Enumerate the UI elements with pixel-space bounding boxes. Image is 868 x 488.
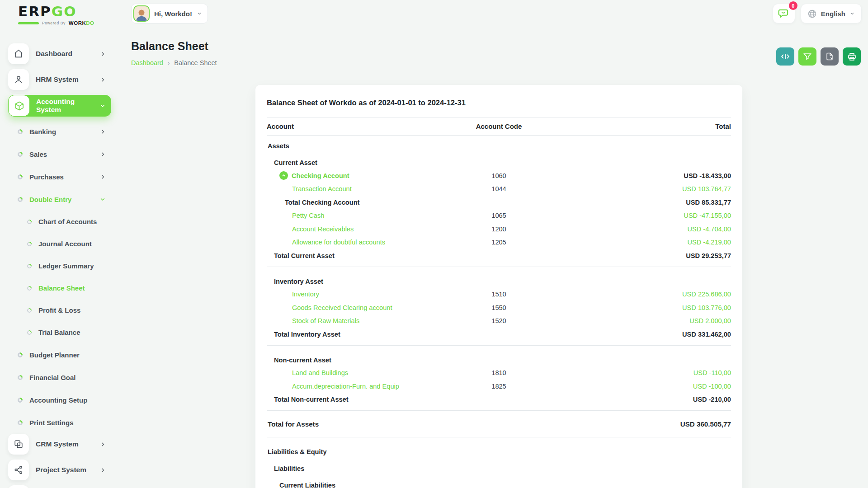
account-link[interactable]: Allowance for doubtful accounts bbox=[267, 239, 454, 246]
account-link[interactable]: Checking Account bbox=[267, 171, 454, 180]
sidebar-item-banking[interactable]: Banking bbox=[0, 120, 118, 143]
sidebar-item-profit-loss[interactable]: Profit & Loss bbox=[0, 299, 118, 321]
print-button[interactable] bbox=[843, 47, 861, 66]
sidebar-item-label: Accounting Setup bbox=[29, 396, 118, 404]
bullet-icon bbox=[17, 128, 24, 135]
sidebar-item-sales[interactable]: Sales bbox=[0, 143, 118, 165]
row-liabilities-equity: Liabilities & Equity bbox=[267, 441, 731, 458]
chevron-right-icon bbox=[100, 51, 106, 57]
row-current-liabilities: Current Liabilities bbox=[267, 475, 731, 488]
row-inventory: Inventory1510USD 225.686,00 bbox=[267, 288, 731, 301]
page-title: Balance Sheet bbox=[131, 40, 208, 53]
row-liabilities: Liabilities bbox=[267, 458, 731, 475]
windows-icon bbox=[8, 434, 29, 455]
sidebar-item-label: Banking bbox=[29, 128, 100, 136]
sidebar-item-user-management[interactable]: User Management bbox=[8, 485, 111, 488]
sidebar-item-accounting-system[interactable]: Accounting System bbox=[8, 95, 111, 117]
account-total: USD -100,00 bbox=[544, 383, 731, 390]
bullet-icon bbox=[17, 150, 24, 158]
sidebar-item-purchases[interactable]: Purchases bbox=[0, 165, 118, 188]
account-total: USD 103.764,77 bbox=[544, 185, 731, 192]
chevron-down-icon bbox=[849, 11, 855, 16]
row-transaction-account: Transaction Account1044USD 103.764,77 bbox=[267, 183, 731, 196]
column-account: Account bbox=[267, 122, 454, 130]
sidebar-item-financial-goal[interactable]: Financial Goal bbox=[0, 366, 118, 389]
account-total: USD 103.776,00 bbox=[544, 304, 731, 311]
sidebar-item-label: Double Entry bbox=[29, 196, 99, 203]
sidebar-item-label: Budget Planner bbox=[29, 351, 118, 359]
export-file-button[interactable] bbox=[821, 47, 839, 66]
account-code: 1510 bbox=[454, 291, 544, 298]
account-link[interactable]: Transaction Account bbox=[267, 185, 454, 192]
sidebar-item-label: CRM System bbox=[36, 440, 100, 448]
report-toolbar bbox=[776, 47, 861, 66]
bullet-icon bbox=[17, 351, 24, 358]
account-link[interactable]: Land and Buildings bbox=[267, 369, 454, 376]
sidebar-item-label: Financial Goal bbox=[29, 374, 118, 381]
filter-button[interactable] bbox=[798, 47, 816, 66]
bullet-icon bbox=[26, 329, 33, 335]
column-account-code: Account Code bbox=[454, 122, 544, 130]
sidebar-item-balance-sheet[interactable]: Balance Sheet bbox=[0, 277, 118, 299]
language-label: English bbox=[821, 10, 845, 18]
sidebar-item-project-system[interactable]: Project System bbox=[8, 460, 111, 480]
sidebar-item-journal-account[interactable]: Journal Account bbox=[0, 233, 118, 255]
logo-erp-text: ERP bbox=[18, 3, 52, 19]
row-total-current-asset: Total Current AssetUSD 29.253,77 bbox=[267, 249, 731, 263]
row-stock-of-raw-materials: Stock of Raw Materials1520USD 2.000,00 bbox=[267, 314, 731, 328]
row-label: Current Asset bbox=[267, 159, 454, 166]
chevron-right-icon bbox=[100, 467, 106, 473]
account-total: USD 29.253,77 bbox=[544, 252, 731, 259]
account-total: USD 85.331,77 bbox=[544, 199, 731, 206]
chevron-right-icon bbox=[100, 129, 106, 135]
language-selector[interactable]: English bbox=[801, 4, 862, 23]
account-total: USD 331.462,00 bbox=[544, 331, 731, 338]
sidebar-item-label: Dashboard bbox=[36, 50, 100, 58]
account-total: USD -210,00 bbox=[544, 396, 731, 403]
section-divider bbox=[267, 345, 731, 346]
sidebar-item-double-entry[interactable]: Double Entry bbox=[0, 188, 118, 211]
row-label: Total Inventory Asset bbox=[267, 331, 454, 338]
user-greeting: Hi, Workdo! bbox=[154, 10, 192, 18]
bullet-icon bbox=[17, 173, 24, 180]
sidebar-item-label: Balance Sheet bbox=[38, 284, 85, 292]
account-code: 1520 bbox=[454, 317, 544, 324]
collapse-toggle-icon[interactable] bbox=[279, 171, 288, 180]
account-link[interactable]: Goods Received Clearing account bbox=[267, 304, 454, 311]
sidebar-item-dashboard[interactable]: Dashboard bbox=[8, 43, 111, 64]
sidebar-item-hrm-system[interactable]: HRM System bbox=[8, 69, 111, 90]
account-total: USD -110,00 bbox=[544, 369, 731, 376]
sidebar-item-label: Project System bbox=[36, 466, 100, 474]
breadcrumb-dashboard-link[interactable]: Dashboard bbox=[131, 59, 163, 66]
sidebar-item-accounting-setup[interactable]: Accounting Setup bbox=[0, 389, 118, 411]
breadcrumb-separator: › bbox=[168, 60, 170, 66]
sidebar-item-budget-planner[interactable]: Budget Planner bbox=[0, 343, 118, 366]
sidebar-item-chart-of-accounts[interactable]: Chart of Accounts bbox=[0, 211, 118, 233]
toggle-columns-button[interactable] bbox=[776, 47, 794, 66]
account-code: 1550 bbox=[454, 304, 544, 311]
account-link[interactable]: Petty Cash bbox=[267, 212, 454, 219]
code-icon bbox=[780, 52, 790, 61]
user-menu-button[interactable]: Hi, Workdo! bbox=[131, 4, 208, 23]
sidebar-item-crm-system[interactable]: CRM System bbox=[8, 434, 111, 455]
row-total-for-assets: Total for AssetsUSD 360.505,77 bbox=[267, 415, 731, 433]
section-divider bbox=[267, 437, 731, 437]
sidebar-item-trial-balance[interactable]: Trial Balance bbox=[0, 321, 118, 343]
account-link[interactable]: Stock of Raw Materials bbox=[267, 317, 454, 324]
sidebar-item-print-settings[interactable]: Print Settings bbox=[0, 411, 118, 434]
balance-sheet-card: Balance Sheet of Workdo as of 2024-01-01… bbox=[255, 85, 742, 488]
account-link[interactable]: Inventory bbox=[267, 291, 454, 298]
chat-bubble-icon bbox=[778, 8, 790, 19]
row-label: Inventory Asset bbox=[267, 278, 454, 285]
chevron-right-icon bbox=[100, 77, 106, 83]
sidebar-item-label: Trial Balance bbox=[38, 328, 80, 336]
sidebar-item-label: Print Settings bbox=[29, 419, 118, 427]
row-petty-cash: Petty Cash1065USD -47.155,00 bbox=[267, 209, 731, 223]
row-total-inventory-asset: Total Inventory AssetUSD 331.462,00 bbox=[267, 328, 731, 341]
sidebar-item-ledger-summary[interactable]: Ledger Summary bbox=[0, 255, 118, 277]
row-allowance-for-doubtful-accounts: Allowance for doubtful accounts1205USD -… bbox=[267, 236, 731, 249]
account-link[interactable]: Accum.depreciation-Furn. and Equip bbox=[267, 383, 454, 390]
row-total-non-current-asset: Total Non-current AssetUSD -210,00 bbox=[267, 393, 731, 407]
account-link[interactable]: Account Receivables bbox=[267, 225, 454, 233]
messenger-button[interactable]: 0 bbox=[773, 4, 795, 23]
